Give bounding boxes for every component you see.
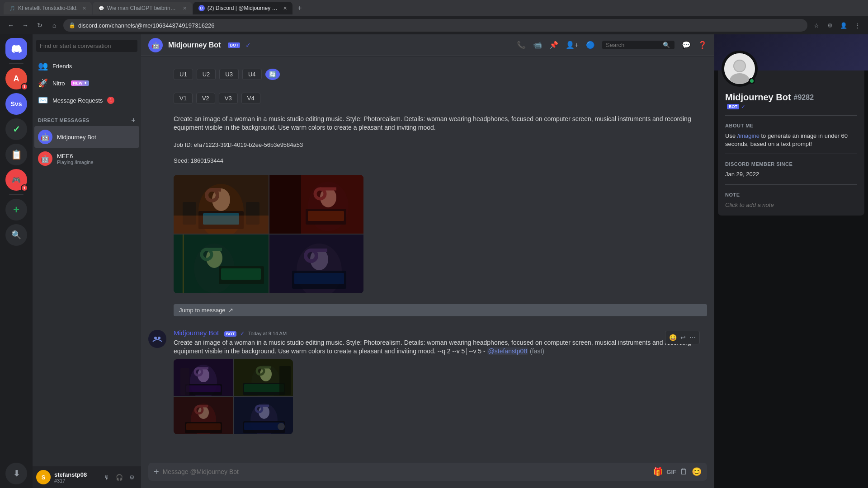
image-cell-3 [174, 235, 269, 293]
v3-button[interactable]: V3 [219, 93, 238, 104]
gif-button[interactable]: GIF [666, 469, 676, 475]
imagine-command-link[interactable]: /imagine [737, 132, 760, 139]
tab-3-close[interactable]: ✕ [283, 5, 287, 11]
channel-name: Midjourney Bot [168, 41, 221, 49]
mute-button[interactable]: 🎙 [101, 472, 112, 483]
profile-divider-2 [725, 154, 857, 154]
message-input[interactable] [163, 463, 650, 481]
channel-header: 🤖 Midjourney Bot BOT ✓ 📞 📹 📌 👤+ 🔵 🔍 💬 ❓ [141, 34, 714, 56]
download-button[interactable]: ⬇ [5, 463, 27, 484]
more-actions-button[interactable]: ⋯ [689, 333, 697, 342]
seed-value: 1860153444 [191, 157, 223, 164]
u4-button[interactable]: U4 [242, 69, 262, 80]
user-area: S stefanstp08 #317 🎙 🎧 ⚙ [33, 466, 141, 488]
server-icon-4[interactable]: 📋 [5, 144, 27, 165]
refresh-button[interactable]: 🔄 [265, 69, 280, 80]
inbox-button[interactable]: 🔵 [586, 41, 595, 49]
react-button[interactable]: 😀 [668, 333, 678, 342]
v2-button[interactable]: V2 [196, 93, 215, 104]
svg-rect-9 [174, 216, 269, 234]
user-tag: #317 [54, 478, 98, 483]
search-input[interactable] [606, 42, 660, 48]
settings-button[interactable]: ⚙ [127, 472, 137, 483]
friends-nav-item[interactable]: 👥 Friends [34, 57, 139, 75]
user-info: stefanstp08 #317 [54, 471, 98, 483]
dm-item-mee6[interactable]: 🤖 MEE6 Playing /imagine [34, 148, 139, 169]
address-bar[interactable]: 🔒 discord.com/channels/@me/1063443749197… [63, 19, 807, 32]
u2-button[interactable]: U2 [197, 69, 216, 80]
header-search-area[interactable]: 🔍 [602, 41, 675, 49]
user-area-actions: 🎙 🎧 ⚙ [101, 472, 137, 483]
sticker-button[interactable]: 🗒 [680, 467, 688, 477]
server-badge-1: 1 [21, 83, 28, 90]
home-button[interactable]: ⌂ [49, 20, 60, 31]
gift-icon[interactable]: 🎁 [653, 467, 663, 477]
dm-search-input[interactable] [36, 40, 137, 52]
bookmark-star-icon[interactable]: ☆ [811, 20, 822, 31]
help-button[interactable]: ❓ [698, 41, 707, 49]
deafen-button[interactable]: 🎧 [114, 472, 125, 483]
jump-to-message-button[interactable]: Jump to message ↗ [174, 304, 707, 316]
message-hover-actions: 😀 ↩ ⋯ [665, 331, 700, 344]
back-button[interactable]: ← [5, 20, 16, 31]
tab-1-close[interactable]: ✕ [82, 5, 86, 11]
tab-1-favicon: 🎵 [9, 5, 15, 11]
new-dm-button[interactable]: + [131, 116, 136, 124]
server-icon-2[interactable]: Svs [5, 93, 27, 115]
add-members-button[interactable]: 👤+ [566, 41, 579, 49]
svg-rect-17 [308, 211, 344, 221]
online-status-dot [749, 78, 755, 84]
image-cell-2 [269, 175, 363, 234]
dm-button[interactable]: 💬 [682, 41, 691, 49]
emoji-button[interactable]: 😊 [692, 467, 702, 477]
discover-button[interactable]: 🔍 [5, 224, 27, 246]
server-icon-5[interactable]: 🎮 1 [5, 169, 27, 191]
messages-container: U1 U2 U3 U4 🔄 V1 V2 V3 V4 Create an imag… [141, 56, 714, 463]
message-attach-button[interactable]: + [154, 463, 159, 481]
u3-button[interactable]: U3 [219, 69, 239, 80]
note-title: NOTE [725, 192, 857, 197]
home-button[interactable] [5, 38, 27, 60]
video-button[interactable]: 📹 [533, 41, 542, 49]
tab-1[interactable]: 🎵 KI erstellt Tonstudio-Bild. ✕ [4, 2, 92, 14]
extension-button[interactable]: ⚙ [825, 20, 835, 31]
v1-button[interactable]: V1 [174, 93, 193, 104]
profile-button[interactable]: 👤 [838, 20, 849, 31]
mention-span: @stefanstp08 [487, 347, 528, 355]
message-requests-nav-item[interactable]: ✉️ Message Requests 1 [34, 92, 139, 109]
tab-3-favicon: D [198, 5, 205, 11]
user-avatar: S [36, 470, 51, 484]
tab-1-title: KI erstellt Tonstudio-Bild. [18, 5, 78, 11]
nav-actions: ☆ ⚙ 👤 ⋮ [811, 20, 863, 31]
v4-button[interactable]: V4 [241, 93, 260, 104]
mee6-info: MEE6 Playing /imagine [57, 153, 136, 165]
nav-bar: ← → ↻ ⌂ 🔒 discord.com/channels/@me/10634… [0, 16, 868, 34]
server-icon-3[interactable]: ✓ [5, 118, 27, 140]
message-2-time: Today at 9:14 AM [248, 331, 287, 336]
pin-button[interactable]: 📌 [549, 41, 558, 49]
u1-button[interactable]: U1 [174, 69, 193, 80]
add-server-button[interactable]: + [5, 199, 27, 221]
server-divider-1 [9, 63, 24, 64]
profile-name: Midjourney Bot [725, 92, 791, 103]
mee6-avatar: 🤖 [38, 151, 52, 166]
reload-button[interactable]: ↻ [34, 20, 45, 31]
tab-2-close[interactable]: ✕ [183, 5, 187, 11]
note-input[interactable] [725, 202, 857, 208]
message-1-description: Create an image of a woman in a music st… [174, 115, 707, 132]
new-tab-button[interactable]: + [293, 2, 306, 14]
image-cell-6 [234, 359, 293, 396]
menu-button[interactable]: ⋮ [852, 20, 863, 31]
direct-messages-label: DIRECT MESSAGES [38, 117, 90, 123]
svg-rect-36 [269, 235, 363, 293]
tab-3[interactable]: D (2) Discord | @Midjourney Bot ✕ [193, 2, 292, 14]
message-1-meta: Job ID: efa71223-391f-4019-b2ee-56b3e958… [174, 141, 707, 148]
forward-button[interactable]: → [20, 20, 31, 31]
dm-item-midjourney[interactable]: 🤖 Midjourney Bot [34, 126, 139, 148]
call-button[interactable]: 📞 [517, 41, 526, 49]
nitro-nav-item[interactable]: 🚀 Nitro NEW ✦ [34, 75, 139, 92]
reply-button[interactable]: ↩ [679, 333, 687, 342]
message-2-text: Create an image of a woman in a music st… [174, 338, 707, 356]
server-icon-1[interactable]: A 1 [5, 68, 27, 89]
tab-2[interactable]: 💬 Wie man ChatGPT beibringt, be... ✕ [93, 2, 192, 14]
